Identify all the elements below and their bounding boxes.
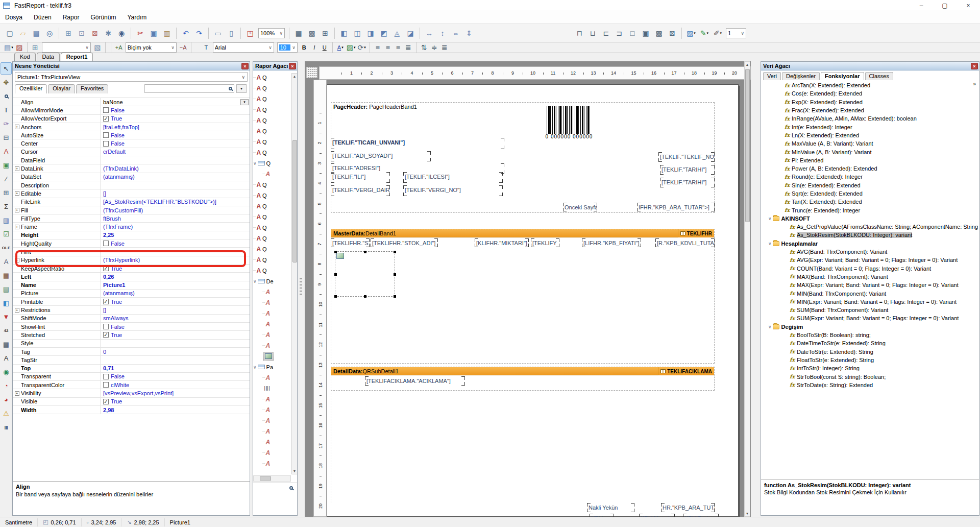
report-tree-scrollbar[interactable]: ▲▼ [291,73,298,474]
show-grid-button[interactable]: ▦ [292,27,305,39]
function-item[interactable]: fxAVG(Band: TfrxComponent): Variant [761,248,978,256]
select-tool[interactable]: ↖ [1,62,12,75]
function-item[interactable]: fxMinValue (A, B: Variant): Variant [761,148,978,156]
function-item[interactable]: fxSqrt(e: Extended): Extended [761,189,978,198]
minimize-button[interactable]: – [910,0,933,11]
prop-datafield[interactable]: DataField [13,156,250,164]
hand-tool[interactable]: ✥ [1,76,12,88]
report-object[interactable]: [TEKLIF."TARIHI"] [660,165,715,175]
prop-filltype[interactable]: FillTypeftBrush [13,214,250,223]
grid-size-button[interactable]: ⊞ [319,27,331,39]
format-combo[interactable]: Biçim yok∨ [126,42,177,53]
function-item[interactable]: fxMaxValue (A, B: Variant): Variant [761,139,978,148]
tree-item[interactable]: ┈AQ [253,136,291,147]
scroll-up-icon[interactable]: ▲ [292,74,297,79]
report-object[interactable]: IFHR."KPB_ARA_TUTAR">] [637,203,715,211]
report-object[interactable]: [TEKLIF."VERGI_NO"] [403,185,503,196]
report-object[interactable]: [R."KPB_KDVLI_TUTAR"] [655,238,715,247]
report-object[interactable]: [KLIFHR."MIKTARI"] [475,238,529,247]
expand-icon[interactable]: + [15,391,19,396]
pdf-object-tool[interactable]: ▼ [1,310,12,323]
tree-item[interactable]: |‖| [253,383,291,394]
prop-transparent[interactable]: TransparentFalse [13,373,250,381]
selection-handle[interactable] [364,251,366,253]
prop-restrictions[interactable]: +Restrictions[] [13,306,250,314]
prop-hightquality[interactable]: HightQualityFalse [13,239,250,248]
function-item[interactable]: fxRound(e: Extended): Integer [761,173,978,181]
gauge2-object-tool[interactable]: ◕ [1,393,12,405]
expand-icon[interactable]: + [15,208,19,212]
frame-style-button[interactable]: ✐▾ [712,27,724,39]
text-frame-object-tool[interactable]: A [1,352,12,364]
selection-handle[interactable] [394,251,396,253]
prop-hint[interactable]: Hint [13,248,250,256]
checkbox-icon[interactable] [103,382,109,388]
report-object[interactable]: Nakli Yekün [587,503,634,512]
selected-object-combo[interactable]: Picture1: TfrxPictureView ∨ [15,72,248,82]
function-item[interactable]: fxMAX(Band: TfrxComponent): Variant [761,273,978,281]
align-tops-button[interactable]: ◩ [378,27,390,39]
close-button[interactable]: × [957,0,980,11]
text-rotation-button[interactable]: ⟳▾ [357,43,366,52]
subreport-object-tool[interactable]: ⊞ [1,186,12,199]
function-item[interactable]: fxFloatToStr(e: Extended): String [761,356,978,364]
space-horizontally-button[interactable]: ↔ [423,27,435,39]
report-object[interactable]: [TEKLIF."ILI"] [331,172,390,183]
menu-dosya[interactable]: Dosya [5,14,22,21]
italic-button[interactable]: I [310,43,319,52]
new-report-button[interactable]: ▢ [4,27,16,39]
group-button[interactable]: ▭ [212,27,224,39]
prop-tagstr[interactable]: TagStr [13,356,250,364]
tree-item[interactable]: ┈AQ [253,265,291,276]
pagenumber-object-tool[interactable]: 42 [1,324,12,337]
function-category[interactable]: ∨AKINSOFT [761,214,978,223]
tree-item[interactable]: ┈AQ [253,222,291,233]
expand-icon[interactable]: + [15,308,19,313]
indicator-object-tool[interactable]: ⚠ [1,407,12,419]
function-item[interactable]: fxCOUNT(Band: Variant = 0; Flags: Intege… [761,265,978,273]
data-tree-close-icon[interactable]: × [971,63,978,69]
open-file-button[interactable]: ▱ [17,27,29,39]
style-edit-button[interactable]: ▧ [93,43,102,52]
map-object-tool[interactable]: ◉ [1,366,12,378]
checkbox-object-tool[interactable]: ☑ [1,228,12,240]
prop-width[interactable]: Width2,98 [13,406,250,414]
tree-item[interactable]: ┈AQ [253,126,291,136]
function-item[interactable]: fxLn(X: Extended): Extended [761,131,978,139]
prop-picture[interactable]: Picture(atanmamış) [13,290,250,298]
function-item[interactable]: fxMAX(Expr: Variant; Band: Variant = 0; … [761,281,978,289]
format-plus-button[interactable]: +A [114,43,124,52]
checkbox-icon[interactable] [103,241,109,246]
function-item[interactable]: fxSin(e: Extended): Extended [761,181,978,189]
tree-item[interactable]: ┈AQ [253,190,291,201]
tree-item[interactable]: ┈AQ [253,83,291,93]
function-item[interactable]: fxTan(X: Extended): Extended [761,198,978,206]
selection-handle[interactable] [334,295,337,298]
prop-top[interactable]: Top0,71 [13,365,250,373]
function-item[interactable]: fxSUM(Band: TfrxComponent): Variant [761,306,978,314]
report-object[interactable]: [LIFHR."KPB_FIYATI"] [582,238,641,247]
expand-icon[interactable]: + [15,125,19,129]
expand-icon[interactable]: + [15,191,19,196]
prop-hyperlink[interactable]: +Hyperlink(TfrxHyperlink) [13,256,250,265]
function-item[interactable]: fxBoolToStr(B: Boolean): string; [761,331,978,339]
band-tool[interactable]: ⊟ [1,131,12,143]
expand-icon[interactable]: + [15,258,19,262]
expand-icon[interactable]: + [15,225,19,229]
tree-item[interactable]: ┈A [253,329,291,340]
tree-item[interactable]: ┈A [253,286,291,297]
tab-kod[interactable]: Kod [14,53,36,61]
function-category[interactable]: ∨Değişim [761,323,978,331]
tree-item[interactable]: ┈A [253,308,291,319]
frame-none-button[interactable]: ▣ [640,27,652,39]
property-search-input[interactable] [144,84,234,93]
prop-editable[interactable]: +Editable[] [13,189,250,198]
align-bottoms-button[interactable]: ◪ [404,27,416,39]
function-item[interactable]: fxStrToBool(const S: string): Boolean; [761,372,978,380]
align-text-center-button[interactable]: ≡ [383,43,393,52]
tree-item[interactable]: ┈A [253,319,291,329]
tab-favorites[interactable]: Favorites [76,84,108,93]
selection-handle[interactable] [334,251,337,253]
menu-d-zen[interactable]: Düzen [34,14,52,21]
bold-button[interactable]: B [300,43,309,52]
